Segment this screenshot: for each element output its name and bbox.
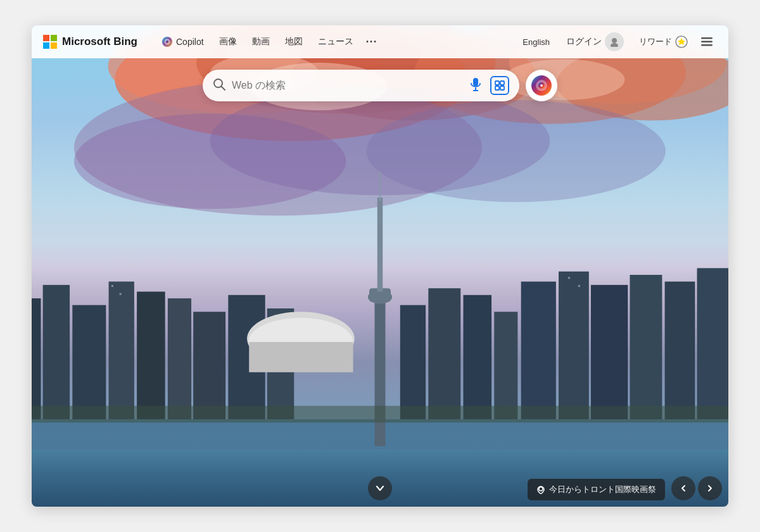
- svg-rect-0: [43, 35, 49, 41]
- chevron-right-icon: [706, 484, 714, 492]
- svg-rect-40: [249, 342, 353, 372]
- svg-rect-51: [559, 272, 589, 419]
- news-label: ニュース: [318, 36, 353, 48]
- svg-rect-50: [521, 282, 556, 419]
- nav-item-images[interactable]: 画像: [213, 32, 243, 51]
- svg-rect-32: [109, 282, 134, 419]
- rewards-icon: [675, 35, 688, 48]
- location-text: 今日からトロント国際映画祭: [549, 484, 656, 495]
- svg-rect-34: [168, 298, 191, 419]
- logo-area[interactable]: Microsoft Bing: [43, 35, 137, 49]
- search-container: [203, 70, 557, 101]
- nav-item-maps[interactable]: 地図: [279, 32, 309, 51]
- menu-button[interactable]: [697, 32, 717, 52]
- copilot-button[interactable]: [526, 70, 557, 101]
- svg-rect-70: [495, 86, 499, 90]
- svg-rect-69: [500, 81, 504, 85]
- svg-point-75: [540, 84, 543, 87]
- nav-arrows: [671, 476, 722, 500]
- search-box[interactable]: [203, 70, 519, 101]
- svg-rect-11: [701, 37, 712, 39]
- bottom-bar: 今日からトロント国際映画祭: [32, 474, 728, 507]
- svg-rect-48: [463, 295, 491, 419]
- svg-rect-65: [473, 78, 478, 86]
- svg-rect-45: [379, 171, 381, 201]
- svg-rect-61: [662, 284, 664, 286]
- svg-rect-3: [51, 42, 57, 49]
- svg-rect-2: [43, 42, 49, 49]
- prev-button[interactable]: [671, 476, 695, 500]
- navbar: Microsoft Bing Cop: [32, 25, 728, 58]
- language-button[interactable]: English: [516, 34, 556, 50]
- hamburger-icon: [701, 37, 712, 46]
- chevron-left-icon: [680, 484, 687, 492]
- svg-point-6: [166, 41, 169, 44]
- svg-rect-31: [72, 305, 106, 419]
- nav-item-videos[interactable]: 動画: [246, 32, 276, 51]
- svg-rect-55: [697, 268, 728, 419]
- svg-rect-47: [428, 288, 460, 419]
- svg-rect-58: [120, 293, 122, 295]
- copilot-icon: [162, 36, 173, 48]
- svg-rect-52: [591, 285, 628, 419]
- svg-marker-10: [678, 38, 685, 45]
- maps-label: 地図: [285, 36, 303, 48]
- nav-item-more[interactable]: ···: [362, 32, 381, 52]
- svg-rect-12: [701, 41, 712, 43]
- microsoft-logo-icon: [43, 35, 57, 49]
- svg-rect-49: [494, 312, 517, 419]
- nav-item-news[interactable]: ニュース: [312, 32, 360, 51]
- svg-rect-41: [375, 298, 386, 446]
- svg-line-64: [222, 86, 225, 90]
- nav-item-copilot[interactable]: Copilot: [155, 32, 210, 51]
- svg-rect-57: [111, 285, 113, 287]
- svg-rect-62: [32, 406, 728, 423]
- city-skyline: [32, 164, 728, 453]
- svg-rect-1: [51, 35, 57, 41]
- nav-items: Copilot 画像 動画 地図 ニュース ···: [155, 32, 510, 52]
- videos-label: 動画: [252, 36, 270, 48]
- rewards-button[interactable]: リワード: [634, 32, 693, 51]
- svg-rect-59: [568, 277, 570, 279]
- svg-rect-29: [32, 298, 41, 419]
- svg-rect-44: [377, 198, 383, 291]
- visual-search-icon[interactable]: [490, 76, 509, 95]
- svg-rect-30: [43, 285, 70, 419]
- avatar-icon[interactable]: [605, 32, 624, 51]
- svg-rect-35: [193, 312, 225, 419]
- mic-icon[interactable]: [467, 75, 484, 97]
- svg-rect-54: [665, 282, 695, 419]
- images-label: 画像: [219, 36, 237, 48]
- chevron-down-icon: [376, 484, 384, 493]
- browser-frame: Microsoft Bing Cop: [32, 25, 728, 507]
- location-icon: [536, 485, 545, 494]
- svg-point-7: [612, 38, 617, 43]
- login-button[interactable]: ログイン: [560, 28, 630, 55]
- brand-name: Microsoft Bing: [62, 35, 137, 48]
- svg-rect-13: [701, 44, 712, 46]
- location-badge[interactable]: 今日からトロント国際映画祭: [528, 479, 665, 500]
- copilot-label: Copilot: [176, 37, 204, 47]
- svg-rect-33: [137, 291, 165, 419]
- svg-rect-46: [400, 305, 426, 419]
- scroll-down-button[interactable]: [368, 476, 392, 500]
- search-icon: [213, 78, 225, 94]
- svg-point-76: [539, 487, 543, 491]
- hero-section: 今日からトロント国際映画祭: [32, 25, 728, 507]
- svg-rect-60: [578, 285, 580, 287]
- nav-right: English ログイン リワード: [516, 28, 717, 55]
- svg-rect-71: [500, 86, 504, 90]
- next-button[interactable]: [698, 476, 722, 500]
- svg-rect-53: [630, 275, 662, 419]
- copilot-circle-icon: [530, 74, 553, 97]
- search-input[interactable]: [232, 80, 461, 91]
- svg-rect-68: [495, 81, 499, 85]
- svg-point-8: [611, 43, 618, 47]
